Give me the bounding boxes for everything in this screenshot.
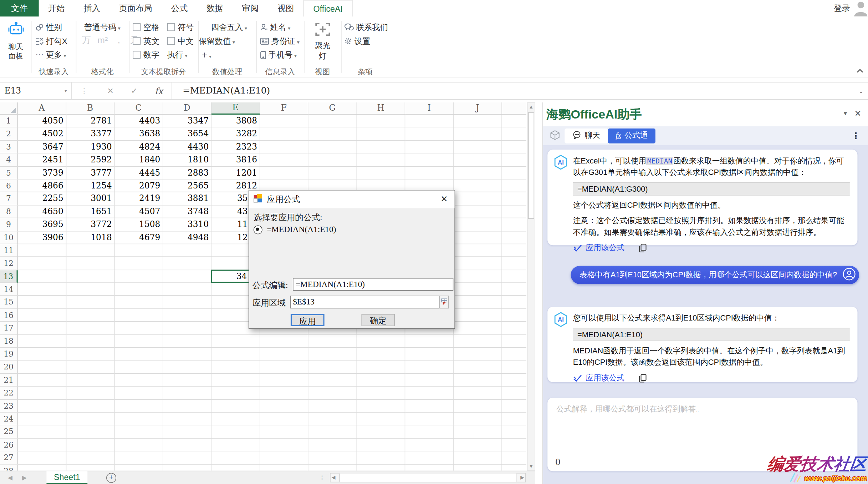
cell[interactable] (454, 205, 502, 218)
cell[interactable] (454, 180, 502, 192)
cell[interactable] (163, 425, 211, 438)
cell[interactable] (308, 361, 357, 374)
cell[interactable] (454, 361, 502, 374)
cell[interactable] (66, 400, 114, 413)
sheetbar-handle[interactable]: ⁞ (321, 471, 323, 484)
cell[interactable] (405, 413, 454, 425)
cell[interactable] (502, 244, 526, 257)
cell[interactable] (502, 141, 526, 153)
cell[interactable] (66, 464, 114, 471)
cell[interactable]: 2079 (114, 180, 163, 192)
cell[interactable] (211, 464, 260, 471)
cancel-entry-icon[interactable]: ✕ (107, 86, 114, 95)
cell[interactable] (66, 283, 114, 296)
cell[interactable] (357, 153, 405, 166)
cell[interactable] (260, 166, 308, 179)
cell[interactable]: 4050 (18, 115, 66, 127)
cell[interactable] (502, 425, 526, 438)
cell[interactable]: 2255 (18, 192, 66, 205)
cell[interactable]: 1651 (66, 205, 114, 218)
cell[interactable] (502, 270, 526, 283)
row-header[interactable]: 24 (0, 413, 18, 425)
horizontal-scroll-thumb[interactable] (339, 474, 517, 482)
cell[interactable] (18, 361, 66, 374)
cell[interactable] (308, 452, 357, 464)
cell[interactable] (163, 309, 211, 322)
row-header[interactable]: 10 (0, 231, 18, 244)
tab-page-layout[interactable]: 页面布局 (109, 0, 162, 17)
cell[interactable]: 3638 (114, 127, 163, 140)
horizontal-scrollbar[interactable]: ◀ ▶ (330, 473, 526, 482)
cell[interactable] (114, 335, 163, 348)
cell[interactable] (260, 413, 308, 425)
cell[interactable] (308, 153, 357, 166)
sheet-nav-right-icon[interactable]: ▶ (22, 471, 27, 484)
cell[interactable] (260, 387, 308, 399)
range-picker-icon[interactable] (440, 296, 449, 309)
cell[interactable] (308, 166, 357, 179)
cell[interactable] (18, 400, 66, 413)
cell[interactable]: 3881 (163, 192, 211, 205)
cell[interactable] (260, 115, 308, 127)
cell[interactable] (163, 438, 211, 451)
user-avatar-icon[interactable] (854, 0, 868, 17)
tab-insert[interactable]: 插入 (74, 0, 109, 17)
cell[interactable]: 4948 (163, 231, 211, 244)
cell[interactable] (163, 400, 211, 413)
cell[interactable] (308, 387, 357, 399)
cell[interactable] (114, 361, 163, 374)
cell[interactable] (114, 348, 163, 361)
cell[interactable] (357, 335, 405, 348)
cell[interactable] (114, 438, 163, 451)
wan-format-icon[interactable]: 万 (82, 35, 91, 47)
cell[interactable] (18, 374, 66, 387)
dialog-title-bar[interactable]: 应用公式 ✕ (249, 191, 455, 208)
cell[interactable] (502, 464, 526, 471)
cell[interactable] (502, 361, 526, 374)
cell[interactable] (308, 400, 357, 413)
cell[interactable] (454, 309, 502, 322)
cell[interactable] (454, 218, 502, 231)
cell[interactable] (163, 387, 211, 399)
cell[interactable] (502, 192, 526, 205)
cell[interactable] (502, 283, 526, 296)
cell[interactable]: 4502 (18, 127, 66, 140)
insert-function-icon[interactable]: fx (155, 86, 163, 96)
cell[interactable] (211, 438, 260, 451)
cell[interactable] (454, 192, 502, 205)
vertical-scroll-thumb[interactable] (528, 112, 534, 219)
cell[interactable] (502, 387, 526, 399)
cell[interactable] (211, 400, 260, 413)
cell[interactable] (18, 348, 66, 361)
cell[interactable] (357, 464, 405, 471)
row-header[interactable]: 9 (0, 218, 18, 231)
cell[interactable]: 3695 (18, 218, 66, 231)
cell[interactable] (454, 335, 502, 348)
collapse-ribbon-icon[interactable] (856, 65, 863, 75)
row-header[interactable]: 17 (0, 322, 18, 335)
row-header[interactable]: 23 (0, 400, 18, 413)
row-header[interactable]: 4 (0, 153, 18, 166)
apply-button[interactable]: 应用 (291, 314, 325, 326)
scroll-left-icon[interactable]: ◀ (332, 474, 336, 482)
column-header[interactable]: E (211, 102, 260, 115)
kebab-menu-icon[interactable]: ⋮ (851, 130, 860, 141)
cell[interactable] (18, 452, 66, 464)
cell[interactable] (357, 115, 405, 127)
tab-file[interactable]: 文件 (0, 0, 39, 17)
cell[interactable] (405, 153, 454, 166)
cell[interactable]: 4866 (18, 180, 66, 192)
contact-us-button[interactable]: 联系我们 (344, 21, 388, 33)
confirm-entry-icon[interactable]: ✓ (131, 86, 137, 95)
cell[interactable] (405, 348, 454, 361)
row-header[interactable]: 25 (0, 425, 18, 438)
cell[interactable]: 1201 (211, 166, 260, 179)
checkbox-chinese[interactable]: 中文 (167, 35, 194, 47)
cube-icon[interactable] (550, 130, 560, 141)
formula-code-block[interactable]: =MEDIAN(A1:G300) (573, 182, 850, 195)
cell[interactable] (454, 296, 502, 309)
cell[interactable]: 2419 (114, 192, 163, 205)
checkbox-digit[interactable]: 数字 (133, 49, 160, 61)
cell[interactable] (66, 335, 114, 348)
formula-radio-option[interactable]: =MEDIAN(A1:E10) (254, 225, 336, 234)
